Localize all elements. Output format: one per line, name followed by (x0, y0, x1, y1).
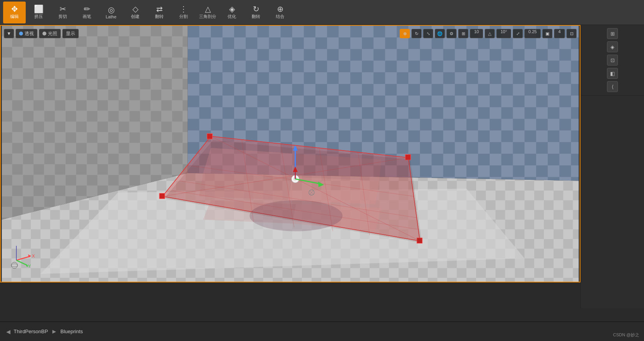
tool-flip-label: 翻转 (155, 14, 164, 20)
statusbar: ◀ ThirdPersonBP ► Blueprints CSDN @妙之 (0, 321, 644, 341)
tool-triangulate-label: 三角剖分 (199, 14, 216, 20)
grid-value[interactable]: 10 (470, 29, 483, 38)
breadcrumb-item-1: ThirdPersonBP (14, 329, 48, 334)
right-panel: ⊞ ◈ ⊡ ◧ ⟨ (580, 25, 644, 308)
btn-lod-icon[interactable]: ▣ (542, 29, 552, 38)
tool-extrude[interactable]: ⬜ 挤压 (27, 2, 50, 23)
split-icon: ⋮ (180, 5, 187, 13)
tool-cut-label: 剪切 (58, 14, 67, 20)
svg-point-57 (11, 262, 18, 268)
svg-rect-34 (159, 193, 165, 199)
viewport-dropdown[interactable]: ▼ (4, 29, 14, 38)
lighting-dot (42, 32, 46, 36)
viewport-toolbar-right: ⊕ ↻ ⤡ 🌐 ⚙ ⊞ 10 △ 10° ⤢ 0.25 ▣ 4 ⊡ (400, 29, 577, 38)
svg-rect-33 (207, 133, 212, 139)
rotate-icon: ↻ (253, 5, 259, 13)
tool-flip[interactable]: ⇄ 翻转 (148, 2, 171, 23)
svg-point-49 (250, 200, 343, 231)
btn-display-label: 显示 (66, 30, 75, 37)
btn-transform[interactable]: ⊕ (400, 29, 410, 38)
tool-merge[interactable]: ⊕ 结合 (269, 2, 291, 23)
btn-rotate-gizmo[interactable]: ↻ (411, 29, 422, 38)
rp-icon-2[interactable]: ◈ (607, 41, 618, 52)
rp-icon-1[interactable]: ⊞ (607, 28, 618, 39)
edit-icon: ✥ (11, 5, 18, 13)
svg-text:Y: Y (28, 264, 31, 268)
btn-snap-settings[interactable]: ⚙ (446, 29, 457, 38)
tool-merge-label: 结合 (276, 14, 284, 20)
btn-lighting[interactable]: 光照 (39, 29, 61, 38)
svg-point-58 (11, 264, 18, 267)
btn-scale[interactable]: ⤡ (423, 29, 433, 38)
merge-icon: ⊕ (277, 5, 284, 13)
btn-scale-icon[interactable]: ⤢ (513, 29, 523, 38)
tool-rotate[interactable]: ↻ 翻转 (245, 2, 267, 23)
tool-cut[interactable]: ✂ 剪切 (51, 2, 74, 23)
statusbar-arrow-left[interactable]: ◀ (6, 329, 11, 335)
watermark: CSDN @妙之 (613, 332, 639, 338)
svg-text:X: X (32, 254, 35, 258)
axes-gizmo: X Y (9, 239, 40, 270)
btn-angle-icon[interactable]: △ (485, 29, 495, 38)
btn-lighting-label: 光照 (48, 30, 57, 37)
breadcrumb-separator: ► (51, 328, 57, 335)
rp-icon-3[interactable]: ⊡ (607, 55, 618, 66)
optimize-icon: ◈ (229, 5, 235, 13)
flip-icon: ⇄ (156, 5, 163, 13)
scene-svg (1, 26, 580, 282)
rp-icon-5[interactable]: ⟨ (607, 81, 618, 92)
angle-value[interactable]: 10° (496, 29, 511, 38)
btn-world[interactable]: 🌐 (435, 29, 445, 38)
tool-lathe[interactable]: ◎ Lathe (100, 2, 122, 23)
right-panel-icons: ⊞ ◈ ⊡ ◧ ⟨ (581, 25, 644, 95)
lod-value[interactable]: 4 (554, 29, 565, 38)
svg-rect-35 (405, 155, 411, 160)
transparent-dot (19, 32, 23, 36)
tool-pen[interactable]: ✏ 画笔 (76, 2, 98, 23)
rp-icon-4[interactable]: ◧ (607, 68, 618, 79)
btn-grid[interactable]: ⊞ (458, 29, 468, 38)
tool-pen-label: 画笔 (83, 14, 91, 20)
main-toolbar: ✥ 编辑 ⬜ 挤压 ✂ 剪切 ✏ 画笔 ◎ Lathe ◇ 创建 ⇄ 翻转 ⋮ … (0, 0, 644, 25)
tool-split-label: 分割 (179, 14, 188, 20)
extrude-icon: ⬜ (34, 5, 44, 13)
breadcrumb-item-2: Blueprints (60, 329, 83, 334)
tool-edit[interactable]: ✥ 编辑 (3, 2, 26, 23)
viewport: ▼ 透视 光照 显示 ⊕ ↻ ⤡ 🌐 ⚙ ⊞ 10 △ 10° ⤢ 0.25 ▣… (0, 25, 580, 282)
create-icon: ◇ (132, 5, 138, 13)
tool-create-label: 创建 (131, 14, 139, 20)
viewport-toolbar: ▼ 透视 光照 显示 (4, 29, 79, 38)
btn-display[interactable]: 显示 (62, 29, 79, 38)
cut-icon: ✂ (60, 5, 66, 13)
pen-icon: ✏ (84, 5, 90, 13)
tool-split[interactable]: ⋮ 分割 (172, 2, 195, 23)
tool-edit-label: 编辑 (10, 14, 19, 20)
scale-value[interactable]: 0.25 (524, 29, 541, 38)
btn-transparent-label: 透视 (25, 30, 34, 37)
tool-optimize[interactable]: ◈ 优化 (221, 2, 243, 23)
tool-create[interactable]: ◇ 创建 (124, 2, 146, 23)
tool-lathe-label: Lathe (106, 14, 116, 19)
lathe-icon: ◎ (108, 6, 115, 14)
tool-optimize-label: 优化 (228, 14, 236, 20)
tool-triangulate[interactable]: △ 三角剖分 (196, 2, 219, 23)
right-panel-top: ⊞ ◈ ⊡ ◧ ⟨ (581, 25, 644, 96)
triangulate-icon: △ (205, 5, 211, 13)
btn-settings[interactable]: ⊡ (566, 29, 577, 38)
svg-line-53 (16, 260, 27, 265)
tool-extrude-label: 挤压 (34, 14, 43, 20)
btn-transparent[interactable]: 透视 (16, 29, 37, 38)
svg-line-50 (16, 256, 30, 260)
tool-rotate-label: 翻转 (252, 14, 260, 20)
